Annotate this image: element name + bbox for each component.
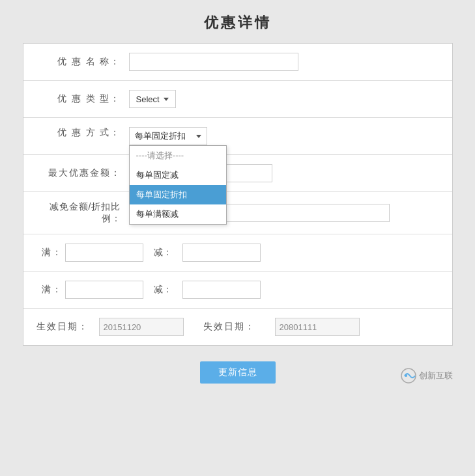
man-jian-row-2: 满： 减：: [23, 272, 452, 309]
button-area: 更新信息 创新互联: [23, 361, 453, 384]
effective-date-input[interactable]: [99, 318, 184, 336]
logo-text: 创新互联: [419, 370, 453, 382]
dropdown-item-placeholder[interactable]: ----请选择----: [130, 146, 226, 165]
type-select-button[interactable]: Select: [129, 90, 176, 108]
svg-point-0: [401, 369, 416, 383]
method-dropdown-wrapper: 每单固定折扣 ----请选择---- 每单固定减 每单固定折扣 每单满额减: [129, 127, 207, 145]
type-label: 优 惠 类 型：: [36, 93, 121, 105]
logo-area: 创新互联: [401, 368, 453, 384]
type-select-text: Select: [136, 94, 160, 104]
man-jian-row-1: 满： 减：: [23, 234, 452, 272]
method-row: 优 惠 方 式： 每单固定折扣 ----请选择---- 每单固定减 每单固定折扣…: [23, 118, 452, 155]
page-title: 优惠详情: [204, 13, 272, 33]
man2-label: 满：: [36, 284, 63, 296]
man2-input[interactable]: [65, 281, 143, 299]
jian2-label: 减：: [143, 284, 182, 296]
expiry-date-input[interactable]: [275, 318, 360, 336]
type-row: 优 惠 类 型： Select: [23, 81, 452, 118]
form-container: 优 惠 名 称： 优 惠 类 型： Select 优 惠 方 式： 每单固定折扣…: [23, 43, 453, 346]
man1-label: 满：: [36, 247, 63, 259]
select-arrow-icon: [164, 98, 169, 101]
effective-date-label: 生效日期：: [36, 321, 89, 333]
update-button[interactable]: 更新信息: [200, 361, 276, 384]
name-row: 优 惠 名 称：: [23, 44, 452, 81]
dropdown-item-full-reduce[interactable]: 每单满额减: [130, 204, 226, 224]
dropdown-item-fixed-reduce[interactable]: 每单固定减: [130, 165, 226, 185]
name-label: 优 惠 名 称：: [36, 56, 121, 68]
max-amount-row: 最大优惠金额：: [23, 155, 452, 192]
jian1-input[interactable]: [182, 244, 261, 262]
dropdown-item-fixed-discount[interactable]: 每单固定折扣: [130, 185, 226, 204]
svg-point-1: [405, 374, 407, 377]
method-label: 优 惠 方 式：: [36, 127, 121, 139]
jian1-label: 减：: [143, 247, 182, 259]
man1-input[interactable]: [65, 244, 143, 262]
date-row: 生效日期： 失效日期：: [23, 309, 452, 345]
method-current-value: 每单固定折扣: [135, 130, 186, 142]
max-amount-label: 最大优惠金额：: [36, 167, 121, 179]
logo-icon: [401, 368, 416, 384]
method-arrow-icon: [196, 135, 201, 138]
expiry-date-label: 失效日期：: [203, 321, 255, 333]
method-dropdown-menu: ----请选择---- 每单固定减 每单固定折扣 每单满额减: [129, 145, 227, 225]
discount-ratio-row: 减免金额/折扣比例：: [23, 192, 452, 234]
name-input[interactable]: [129, 53, 298, 71]
jian2-input[interactable]: [182, 281, 261, 299]
discount-ratio-label: 减免金额/折扣比例：: [36, 201, 121, 225]
method-select-button[interactable]: 每单固定折扣: [129, 127, 207, 145]
